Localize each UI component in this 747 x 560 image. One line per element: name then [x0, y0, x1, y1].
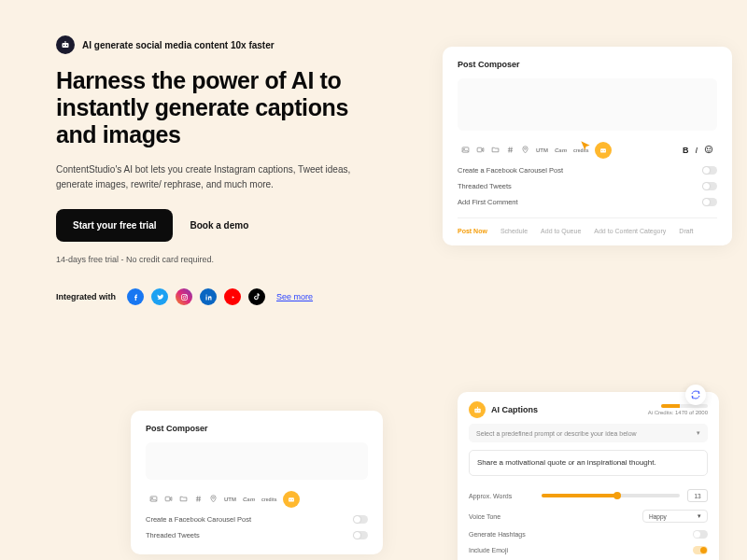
compose-textarea[interactable] [146, 442, 368, 480]
svg-rect-7 [205, 296, 206, 300]
carousel-option-label: Create a Facebook Carousel Post [458, 166, 563, 175]
svg-point-14 [602, 150, 603, 151]
svg-point-5 [183, 296, 186, 299]
svg-rect-23 [289, 497, 295, 501]
approx-words-slider[interactable] [542, 494, 680, 497]
post-composer-card: Post Composer UTM Cam credits B I Create… [443, 47, 732, 245]
bold-button[interactable]: B [683, 146, 689, 155]
threaded-toggle[interactable] [353, 531, 368, 539]
hashtag-icon[interactable] [194, 495, 203, 505]
voice-tone-value: Happy [649, 513, 667, 520]
generate-hashtags-label: Generate Hashtags [469, 531, 534, 538]
youtube-icon [224, 288, 241, 305]
tagline: AI generate social media content 10x fas… [82, 40, 275, 50]
trial-note: 14-days free trial - No credit card requ… [56, 255, 383, 264]
instagram-icon [176, 288, 192, 305]
cam-button[interactable]: Cam [555, 147, 567, 153]
start-trial-button[interactable]: Start your free trial [56, 209, 173, 242]
svg-rect-11 [477, 147, 482, 152]
carousel-toggle[interactable] [702, 166, 717, 175]
svg-point-25 [292, 499, 293, 500]
media-icon[interactable] [149, 495, 158, 505]
emoji-button[interactable] [704, 145, 713, 156]
video-icon[interactable] [476, 146, 485, 156]
tab-add-category[interactable]: Add to Content Category [594, 228, 666, 234]
compose-textarea[interactable] [458, 78, 717, 131]
svg-point-16 [705, 146, 712, 153]
svg-rect-0 [63, 43, 69, 48]
cam-button[interactable]: Cam [243, 497, 255, 502]
subtext: ContentStudio's AI bot lets you create I… [56, 162, 355, 192]
svg-point-6 [186, 295, 187, 296]
svg-point-22 [213, 497, 215, 498]
approx-words-label: Approx. Words [469, 493, 534, 499]
credits-label: credits [261, 497, 276, 502]
hashtag-icon[interactable] [506, 146, 514, 156]
first-comment-label: Add First Comment [458, 198, 518, 206]
svg-rect-3 [65, 41, 66, 43]
linkedin-icon [200, 288, 217, 305]
utm-button[interactable]: UTM [536, 147, 548, 153]
svg-point-18 [710, 148, 711, 149]
ai-bot-icon [469, 401, 486, 418]
prompt-select-placeholder: Select a predefined prompt or describe y… [476, 430, 637, 437]
credits-progress [661, 404, 708, 408]
composer-title: Post Composer [458, 60, 717, 69]
tiktok-icon [248, 288, 265, 305]
ai-assistant-button[interactable] [283, 491, 300, 508]
tab-draft[interactable]: Draft [679, 228, 693, 234]
ai-captions-title: AI Captions [491, 405, 538, 414]
location-icon[interactable] [209, 495, 218, 505]
integrated-label: Integrated with [56, 292, 116, 301]
svg-point-2 [66, 45, 67, 46]
tab-post-now[interactable]: Post Now [458, 228, 487, 234]
ai-bot-icon [56, 35, 75, 54]
remix-button[interactable] [685, 385, 706, 405]
first-comment-toggle[interactable] [702, 198, 717, 206]
threaded-option-label: Threaded Tweets [146, 531, 200, 539]
svg-point-17 [707, 148, 708, 149]
credits-label: credits [573, 147, 588, 153]
book-demo-button[interactable]: Book a demo [190, 220, 248, 231]
utm-button[interactable]: UTM [224, 497, 236, 502]
tab-schedule[interactable]: Schedule [500, 228, 528, 234]
folder-icon[interactable] [179, 495, 188, 505]
carousel-option-label: Create a Facebook Carousel Post [146, 515, 251, 524]
credits-text: Ai Credits: 1470 of 2000 [648, 410, 708, 415]
chevron-down-icon: ▾ [697, 429, 700, 437]
see-more-link[interactable]: See more [276, 292, 313, 301]
ai-captions-panel: AI Captions Ai Credits: 1470 of 2000 Sel… [458, 392, 719, 560]
svg-rect-21 [165, 497, 170, 501]
voice-tone-label: Voice Tone [469, 513, 534, 520]
facebook-icon [127, 288, 144, 305]
svg-point-8 [205, 294, 206, 295]
svg-point-24 [290, 499, 291, 500]
folder-icon[interactable] [491, 146, 500, 156]
threaded-toggle[interactable] [702, 182, 717, 190]
svg-point-15 [604, 150, 605, 151]
svg-rect-13 [601, 148, 607, 152]
post-composer-card-secondary: Post Composer UTM Cam credits Create a F… [131, 411, 383, 554]
svg-rect-26 [474, 408, 480, 413]
ai-assistant-button[interactable] [595, 142, 612, 159]
headline: Harness the power of AI to instantly gen… [56, 67, 383, 147]
italic-button[interactable]: I [695, 146, 698, 155]
include-emoji-toggle[interactable] [693, 546, 708, 554]
twitter-icon [151, 288, 168, 305]
svg-point-1 [63, 45, 64, 46]
prompt-textarea[interactable]: Share a motivational quote or an inspira… [469, 450, 708, 476]
carousel-toggle[interactable] [353, 515, 368, 524]
composer-title: Post Composer [146, 424, 368, 433]
location-icon[interactable] [521, 146, 529, 156]
threaded-option-label: Threaded Tweets [458, 182, 512, 190]
media-icon[interactable] [461, 146, 470, 156]
svg-point-27 [475, 410, 476, 411]
svg-point-28 [478, 410, 479, 411]
chevron-down-icon: ▾ [698, 512, 701, 520]
tab-add-queue[interactable]: Add to Queue [541, 228, 581, 234]
prompt-select[interactable]: Select a predefined prompt or describe y… [469, 424, 708, 442]
video-icon[interactable] [164, 495, 173, 505]
voice-tone-select[interactable]: Happy ▾ [642, 510, 708, 523]
svg-point-12 [525, 147, 527, 149]
generate-hashtags-toggle[interactable] [693, 530, 708, 539]
